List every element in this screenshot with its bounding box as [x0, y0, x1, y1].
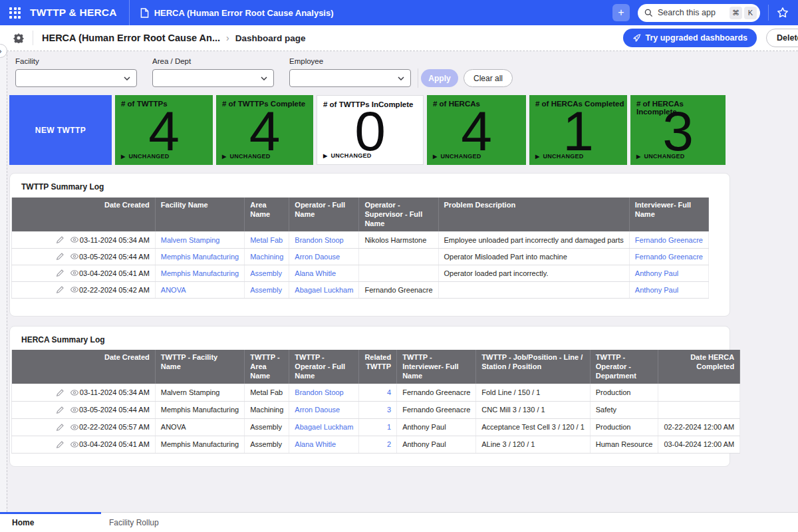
tab-home-label: Home: [12, 518, 34, 527]
tab-home[interactable]: Home: [0, 513, 101, 532]
col-interviewer[interactable]: TWTTP - Interviewer- Full Name: [397, 350, 476, 384]
col-date-created[interactable]: Date Created: [12, 350, 156, 384]
cell-operator-link[interactable]: Arron Daouse: [289, 401, 359, 418]
col-problem[interactable]: Problem Description: [438, 198, 629, 231]
kpi-status-label: UNCHANGED: [644, 153, 684, 160]
kpi-tile-twttps-incomplete[interactable]: # of TWTTPs InComplete 0 ▶UNCHANGED: [317, 95, 424, 165]
col-facility-name[interactable]: TWTTP - Facility Name: [155, 350, 244, 384]
cell-interviewer-link[interactable]: Anthony Paul: [629, 265, 708, 281]
employee-select[interactable]: [289, 69, 411, 87]
edit-record-icon[interactable]: [56, 235, 65, 244]
topbar-page-link[interactable]: HERCA (Human Error Root Cause Analysis): [140, 8, 334, 18]
kpi-tile-hercas[interactable]: # of HERCAs 4 ▶UNCHANGED: [427, 95, 526, 165]
cell-job-position: ALine 3 / 120 / 1: [476, 436, 591, 453]
breadcrumb-app-title[interactable]: HERCA (Human Error Root Cause An...: [42, 33, 220, 43]
col-operator-department[interactable]: TWTTP - Operator - Department: [590, 350, 658, 384]
cell-related-twttp-link[interactable]: 3: [359, 401, 397, 418]
col-operator[interactable]: TWTTP - Operator - Full Name: [289, 350, 359, 384]
view-record-icon[interactable]: [70, 252, 79, 261]
col-supervisor[interactable]: Operator - Supervisor - Full Name: [359, 198, 438, 231]
edit-record-icon[interactable]: [56, 406, 65, 414]
cell-facility: Memphis Manufacturing: [155, 436, 244, 453]
view-record-icon[interactable]: [70, 388, 79, 397]
app-grid-menu-icon[interactable]: [9, 7, 21, 19]
cell-interviewer-link[interactable]: Anthony Paul: [629, 281, 708, 298]
cell-operator-link[interactable]: Alana Whitle: [289, 436, 359, 453]
table-row: 03-11-2024 05:34 AM Malvern Stamping Met…: [12, 231, 709, 248]
search-input[interactable]: Search this app ⌘ K: [638, 4, 760, 22]
cell-operator-link[interactable]: Abagael Luckham: [289, 281, 359, 298]
apply-button[interactable]: Apply: [421, 69, 458, 87]
clear-all-button[interactable]: Clear all: [464, 69, 513, 87]
kpi-tile-hercas-incomplete[interactable]: # of HERCAs Incomplete 3 ▶UNCHANGED: [630, 95, 726, 165]
trend-triangle-icon: ▶: [222, 154, 226, 160]
gear-icon[interactable]: [13, 33, 24, 43]
cell-operator-link[interactable]: Brandon Stoop: [289, 384, 359, 401]
edit-record-icon[interactable]: [56, 252, 65, 261]
new-twttp-button[interactable]: NEW TWTTP: [9, 95, 112, 165]
cell-facility-link[interactable]: ANOVA: [155, 281, 244, 298]
twttp-summary-table: Date Created Facility Name Area Name Ope…: [11, 198, 709, 299]
view-record-icon[interactable]: [70, 440, 79, 449]
filter-area-dept-label: Area / Dept: [152, 57, 274, 65]
delete-button[interactable]: Delete sa: [766, 29, 798, 47]
cell-facility-link[interactable]: Malvern Stamping: [155, 231, 244, 248]
kpi-status-label: UNCHANGED: [331, 152, 371, 159]
cell-interviewer: Anthony Paul: [397, 418, 476, 436]
cell-area-link[interactable]: Metal Fab: [245, 231, 289, 248]
topbar-divider: [129, 0, 130, 25]
kpi-tile-twttps[interactable]: # of TWTTPs 4 ▶UNCHANGED: [115, 95, 213, 165]
edit-record-icon[interactable]: [56, 388, 65, 397]
cell-area-link[interactable]: Machining: [245, 248, 289, 265]
area-dept-select[interactable]: [152, 69, 274, 87]
view-record-icon[interactable]: [70, 423, 79, 432]
kpi-value: 4: [216, 104, 313, 158]
cell-area-link[interactable]: Assembly: [245, 281, 289, 298]
shortcut-cmd-key: ⌘: [730, 7, 742, 19]
cell-operator-link[interactable]: Abagael Luckham: [289, 418, 359, 436]
herca-summary-table: Date Created TWTTP - Facility Name TWTTP…: [11, 350, 740, 454]
cell-facility-link[interactable]: Memphis Manufacturing: [155, 265, 244, 281]
col-date-herca-completed[interactable]: Date HERCA Completed: [658, 350, 740, 384]
cell-interviewer-link[interactable]: Fernando Greenacre: [629, 248, 708, 265]
col-job-position[interactable]: TWTTP - Job/Position - Line / Station / …: [476, 350, 591, 384]
cell-operator-link[interactable]: Brandon Stoop: [289, 231, 359, 248]
col-date-created[interactable]: Date Created: [12, 198, 156, 231]
add-button[interactable]: +: [612, 4, 630, 21]
cell-area: Assembly: [245, 418, 289, 436]
trend-triangle-icon: ▶: [535, 154, 539, 160]
kpi-tile-hercas-completed[interactable]: # of HERCAs Completed 1 ▶UNCHANGED: [529, 95, 627, 165]
cell-facility-link[interactable]: Memphis Manufacturing: [155, 248, 244, 265]
cell-operator-link[interactable]: Arron Daouse: [289, 248, 359, 265]
edit-record-icon[interactable]: [56, 440, 65, 449]
col-related-twttp[interactable]: Related TWTTP: [359, 350, 397, 384]
facility-select[interactable]: [15, 69, 137, 87]
col-area-name[interactable]: Area Name: [245, 198, 289, 231]
cell-area-link[interactable]: Assembly: [245, 265, 289, 281]
edit-record-icon[interactable]: [56, 285, 65, 294]
edit-record-icon[interactable]: [56, 423, 65, 432]
cell-related-twttp-link[interactable]: 4: [359, 384, 397, 401]
cell-related-twttp-link[interactable]: 2: [359, 436, 397, 453]
cell-operator-link[interactable]: Alana Whitle: [289, 265, 359, 281]
cell-date-created: 03-11-2024 05:34 AM: [79, 388, 150, 396]
col-operator[interactable]: Operator - Full Name: [289, 198, 359, 231]
tab-facility-rollup[interactable]: Facility Rollup: [101, 513, 159, 532]
try-upgraded-dashboards-button[interactable]: Try upgraded dashboards: [623, 29, 757, 47]
col-interviewer[interactable]: Interviewer- Full Name: [629, 198, 708, 231]
favorite-star-icon[interactable]: [777, 7, 789, 19]
cell-supervisor: Fernando Greenacre: [359, 281, 438, 298]
col-facility-name[interactable]: Facility Name: [155, 198, 244, 231]
view-record-icon[interactable]: [70, 269, 79, 277]
kpi-status-label: UNCHANGED: [128, 153, 169, 160]
col-area-name[interactable]: TWTTP - Area Name: [245, 350, 289, 384]
kpi-tile-twttps-complete[interactable]: # of TWTTPs Complete 4 ▶UNCHANGED: [216, 95, 313, 165]
cell-interviewer-link[interactable]: Fernando Greenacre: [629, 231, 708, 248]
cell-related-twttp-link[interactable]: 1: [359, 418, 397, 436]
cell-date-created: 02-22-2024 05:42 AM: [79, 286, 150, 294]
filter-employee-label: Employee: [289, 57, 411, 65]
view-record-icon[interactable]: [70, 285, 79, 294]
edit-record-icon[interactable]: [56, 269, 65, 277]
view-record-icon[interactable]: [70, 406, 79, 414]
view-record-icon[interactable]: [70, 235, 79, 244]
